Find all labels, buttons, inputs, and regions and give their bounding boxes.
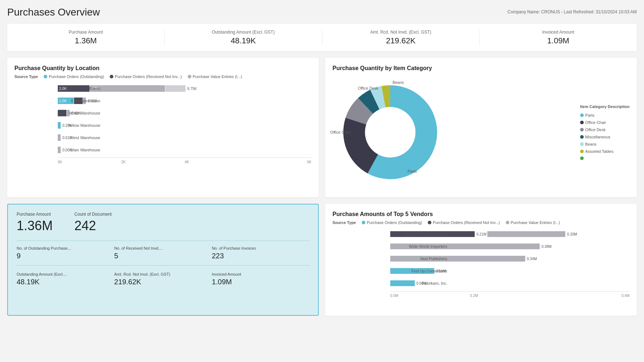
vlegend-text-1: Purchase Orders (Received Not Inv...) bbox=[433, 220, 500, 225]
donut-callout-3: Parts bbox=[408, 169, 417, 173]
donut-legend-text-5: Assorted Tables bbox=[585, 149, 613, 154]
vendors-chart-title: Purchase Amounts of Top 5 Vendors bbox=[332, 211, 630, 217]
bar-label-0: (Blank) bbox=[58, 84, 100, 93]
axis-tick-0: 0K bbox=[58, 160, 121, 164]
donut-callout-2: Office Chair bbox=[330, 130, 351, 134]
rcd-amount-label: Amt. Rcd. Not Invd. (Excl. GST) bbox=[114, 272, 206, 276]
kpi-item-1: Outstanding Amount (Excl. GST) 48.19K bbox=[165, 30, 322, 46]
vendor-row-4: Fabrikam, Inc.0.06M bbox=[390, 279, 630, 288]
divider1 bbox=[17, 241, 309, 241]
received-label: No. of Received Not Invd.... bbox=[114, 246, 206, 250]
axis-tick-1: 2K bbox=[121, 160, 185, 164]
vendor-label-2: Nod Publishers bbox=[390, 254, 447, 263]
vendor-label-1: Wide World Importers bbox=[390, 242, 447, 251]
vendor-row-2: Nod Publishers0.34M bbox=[390, 254, 630, 263]
axis-tick-2: 4K bbox=[185, 160, 248, 164]
bar-label-3: Yellow Warehouse bbox=[58, 121, 100, 130]
vlegend-dot-2 bbox=[506, 221, 509, 224]
out-amount-value: 48.19K bbox=[17, 278, 108, 286]
bar-seg-0-1: 4.7K bbox=[90, 85, 165, 92]
bar-label-4: West Warehouse bbox=[58, 133, 100, 142]
donut-callout-1: Office Desk bbox=[358, 86, 378, 90]
inv-amount-value: 1.09M bbox=[212, 278, 304, 286]
vendors-legend-label: Source Type bbox=[332, 220, 356, 225]
donut-legend-text-1: Office Chair bbox=[585, 120, 606, 125]
vlegend-dot-1 bbox=[428, 221, 431, 224]
legend-text-0: Purchase Orders (Outstanding) bbox=[49, 74, 104, 79]
vendors-legend-item-2: Purchase Value Entries (I...) bbox=[506, 220, 560, 225]
vendor-axis-tick-2: 0.4M bbox=[550, 294, 630, 298]
vendor-row-3: First Up Consultants0.11M bbox=[390, 267, 630, 275]
legend-text-1: Purchase Orders (Received Not Inv...) bbox=[115, 74, 182, 79]
rcd-amount-block: Amt. Rcd. Not Invd. (Excl. GST) 219.62K bbox=[114, 272, 212, 286]
out-amount-label: Outstanding Amount (Excl.... bbox=[17, 272, 108, 276]
location-bar-row-3: Yellow Warehouse0.20K bbox=[58, 121, 312, 130]
kpi-value-3: 1.09M bbox=[480, 36, 637, 46]
donut-legend-text-0: Parts bbox=[585, 113, 595, 117]
vendor-label-0: Graphic Design Institute bbox=[390, 230, 447, 238]
count-doc-value: 242 bbox=[74, 218, 112, 233]
purchase-amount-label: Purchase Amount bbox=[17, 212, 53, 217]
location-chart-legend: Source TypePurchase Orders (Outstanding)… bbox=[14, 74, 312, 79]
axis-tick-3: 6K bbox=[248, 160, 312, 164]
vendor-label-4: Fabrikam, Inc. bbox=[390, 279, 447, 288]
bar-end-label-0: 6.75K bbox=[187, 87, 197, 91]
page-title: Purchases Overview bbox=[7, 7, 100, 18]
kpi-value-2: 219.62K bbox=[322, 36, 479, 46]
location-chart-card: Purchase Quantity by Location Source Typ… bbox=[7, 58, 319, 197]
vendor-axis-tick-1: 0.2M bbox=[470, 294, 550, 298]
kpi-item-3: Invoiced Amount 1.09M bbox=[480, 30, 637, 46]
donut-legend-title: Item Category Description bbox=[580, 104, 630, 109]
kpi-label-1: Outstanding Amount (Excl. GST) bbox=[165, 30, 322, 35]
received-block: No. of Received Not Invd.... 5 bbox=[114, 246, 212, 260]
bar-seg-0-2 bbox=[165, 85, 186, 92]
vendor-row-1: Wide World Importers0.38M bbox=[390, 242, 630, 251]
location-chart-title: Purchase Quantity by Location bbox=[14, 65, 312, 72]
donut-labels: BeansOffice DeskOffice ChairParts bbox=[332, 74, 448, 190]
purchase-amount-block: Purchase Amount 1.36M bbox=[17, 212, 53, 233]
vendors-bar-chart: Graphic Design Institute0.21M0.20MWide W… bbox=[332, 230, 630, 309]
main-grid: Purchase Quantity by Location Source Typ… bbox=[7, 58, 637, 316]
bar-label-5: Main Warehouse bbox=[58, 145, 100, 155]
donut-legend-text-3: Miscellaneous bbox=[585, 135, 610, 139]
outstanding-block: No. of Outstanding Purchase... 9 bbox=[17, 246, 114, 260]
donut-legend-item-5: Assorted Tables bbox=[580, 149, 630, 154]
vlegend-dot-0 bbox=[362, 221, 365, 224]
donut-legend-dot-4 bbox=[580, 142, 584, 146]
location-legend-item-2: Purchase Value Entries (I...) bbox=[188, 74, 242, 79]
received-value: 5 bbox=[114, 252, 206, 260]
donut-legend-item-3: Miscellaneous bbox=[580, 135, 630, 139]
location-bar-row-0: (Blank)2.0K4.7K6.75K bbox=[58, 84, 312, 93]
vendors-chart-card: Purchase Amounts of Top 5 Vendors Source… bbox=[325, 204, 637, 316]
divider2 bbox=[17, 265, 309, 266]
teal-metrics-bottom: No. of Outstanding Purchase... 9 No. of … bbox=[17, 246, 309, 260]
donut-legend-text-4: Beans bbox=[585, 142, 596, 146]
location-bar-row-5: Main Warehouse0.00K bbox=[58, 145, 312, 155]
kpi-row: Purchase Amount 1.36M Outstanding Amount… bbox=[7, 24, 637, 51]
outstanding-value: 9 bbox=[17, 252, 108, 260]
vendor-bar-label-1-0: 0.38M bbox=[541, 245, 552, 249]
vendors-chart-legend: Source TypePurchase Orders (Outstanding)… bbox=[332, 220, 630, 225]
vendor-seg-0-1 bbox=[487, 231, 565, 237]
teal-metrics-row2: Outstanding Amount (Excl.... 48.19K Amt.… bbox=[17, 272, 309, 286]
legend-dot-0 bbox=[44, 75, 47, 78]
donut-chart-container: BeansOffice DeskOffice ChairParts bbox=[332, 74, 448, 190]
count-doc-label: Count of Document bbox=[74, 212, 112, 217]
vendors-legend-item-0: Purchase Orders (Outstanding) bbox=[362, 220, 422, 225]
location-legend-label: Source Type bbox=[14, 74, 38, 79]
page-header: Purchases Overview Company Name: CRONUS … bbox=[7, 7, 637, 18]
location-legend-item-0: Purchase Orders (Outstanding) bbox=[44, 74, 104, 79]
kpi-label-3: Invoiced Amount bbox=[480, 30, 637, 35]
kpi-value-1: 48.19K bbox=[165, 36, 322, 46]
donut-legend-dot-5 bbox=[580, 150, 584, 153]
donut-chart-title: Purchase Quantity by Item Category bbox=[332, 65, 630, 72]
bar-label-1: East Warehouse bbox=[58, 96, 100, 105]
out-amount-block: Outstanding Amount (Excl.... 48.19K bbox=[17, 272, 114, 286]
location-bar-row-4: West Warehouse0.01K bbox=[58, 133, 312, 142]
donut-legend-dot-1 bbox=[580, 121, 584, 124]
bar-label-2: White Warehouse bbox=[58, 108, 100, 118]
donut-legend-item-6 bbox=[580, 156, 630, 160]
rcd-amount-value: 219.62K bbox=[114, 278, 206, 286]
vendor-bar-label-0-0: 0.21M bbox=[477, 232, 487, 236]
page-meta: Company Name: CRONUS - Last Refreshed: 3… bbox=[508, 9, 637, 14]
